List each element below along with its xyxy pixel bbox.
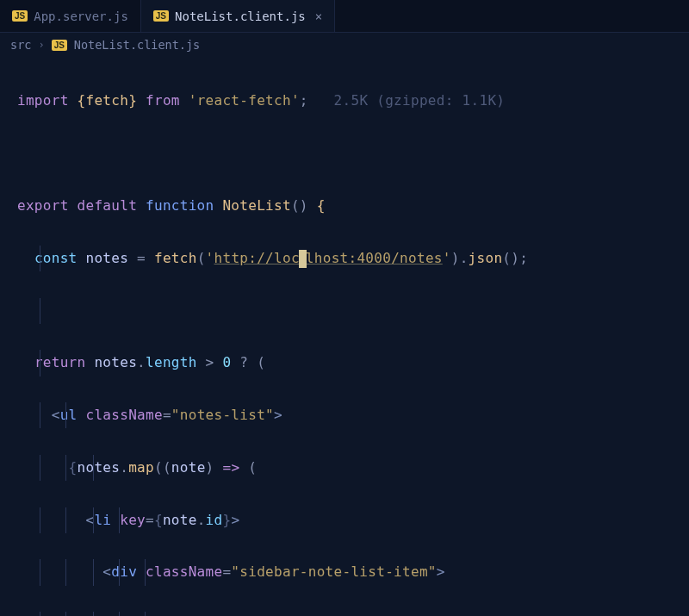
token-fetch: fetch: [85, 92, 128, 109]
token-op: >: [206, 354, 214, 370]
token-brace: }: [128, 92, 137, 109]
token-brace: {: [78, 92, 86, 109]
token-url: http://loc: [214, 250, 300, 266]
js-icon: JS: [52, 40, 67, 51]
token-jsx-brace: {: [154, 512, 163, 528]
js-icon: JS: [153, 10, 169, 22]
token-paren: (: [248, 459, 257, 476]
token-jsx-brace: }: [222, 512, 231, 528]
token-var: notes: [94, 354, 137, 370]
import-cost-hint: 2.5K (gzipped: 1.1K): [334, 92, 506, 109]
token-string: "sidebar-note-list-item": [231, 563, 436, 580]
token-fn-name: NoteList: [222, 197, 290, 214]
tab-notelist-client[interactable]: JS NoteList.client.js ×: [141, 0, 335, 32]
token-prop: id: [206, 512, 223, 528]
token-paren: (: [163, 459, 171, 476]
token-from: from: [146, 92, 180, 109]
tab-label: App.server.js: [34, 9, 128, 23]
text-cursor: [299, 250, 307, 268]
tab-app-server[interactable]: JS App.server.js: [0, 0, 141, 32]
token-attr: className: [146, 563, 222, 580]
tab-label: NoteList.client.js: [175, 9, 306, 23]
token-attr: className: [85, 407, 162, 423]
breadcrumb-segment[interactable]: src: [10, 38, 31, 52]
token-angle: >: [437, 563, 445, 580]
token-tag: ul: [60, 407, 78, 423]
token-quote: ': [206, 250, 214, 266]
tab-bar: JS App.server.js JS NoteList.client.js ×: [0, 0, 689, 33]
token-quote: ': [443, 250, 451, 266]
breadcrumb: src › JS NoteList.client.js: [0, 33, 689, 57]
token-fetch: fetch: [154, 250, 197, 266]
token-function: function: [146, 197, 214, 214]
token-tag: div: [111, 563, 137, 580]
token-eq: =: [222, 563, 231, 580]
token-q: ?: [239, 354, 248, 370]
token-paren: (: [197, 250, 206, 266]
token-paren: ): [206, 459, 214, 476]
token-paren: (: [154, 459, 163, 476]
token-angle: >: [274, 407, 282, 423]
token-brace: {: [317, 197, 326, 214]
token-semi: ;: [300, 92, 308, 109]
token-default: default: [78, 197, 138, 214]
token-jsx-brace: {: [69, 459, 78, 476]
token-angle: <: [102, 563, 111, 580]
token-url: lhost:4000/notes: [306, 250, 443, 266]
token-tag: li: [94, 512, 111, 528]
token-var: notes: [85, 250, 128, 266]
token-dot: .: [197, 512, 206, 528]
js-icon: JS: [12, 10, 28, 22]
close-icon[interactable]: ×: [315, 9, 322, 23]
token-var: note: [163, 512, 197, 528]
code-editor[interactable]: import {fetch} from 'react-fetch'; 2.5K …: [0, 57, 689, 616]
token-return: return: [34, 354, 86, 370]
token-string: 'react-fetch': [189, 92, 300, 109]
token-angle: >: [231, 512, 239, 528]
token-map: map: [128, 459, 154, 476]
token-attr: key: [120, 512, 146, 528]
token-eq: =: [163, 407, 171, 423]
token-parens: (): [291, 197, 308, 214]
chevron-right-icon: ›: [38, 39, 44, 51]
token-dot: .: [460, 250, 469, 266]
token-const: const: [34, 250, 78, 266]
breadcrumb-segment[interactable]: NoteList.client.js: [74, 38, 200, 52]
token-angle: <: [52, 407, 60, 423]
token-parens: (): [502, 250, 519, 266]
token-num: 0: [222, 354, 231, 370]
token-json: json: [469, 250, 503, 266]
token-dot: .: [137, 354, 146, 370]
token-eq: =: [137, 250, 146, 266]
token-import: import: [17, 92, 69, 109]
token-dot: .: [120, 459, 128, 476]
token-export: export: [17, 197, 69, 214]
token-paren: (: [257, 354, 265, 370]
token-paren: ): [451, 250, 460, 266]
token-string: "notes-list": [171, 407, 274, 423]
token-arrow: =>: [222, 459, 239, 476]
token-var: notes: [78, 459, 121, 476]
token-semi: ;: [519, 250, 528, 266]
token-prop: length: [146, 354, 197, 370]
token-eq: =: [146, 512, 154, 528]
token-var: note: [171, 459, 206, 476]
